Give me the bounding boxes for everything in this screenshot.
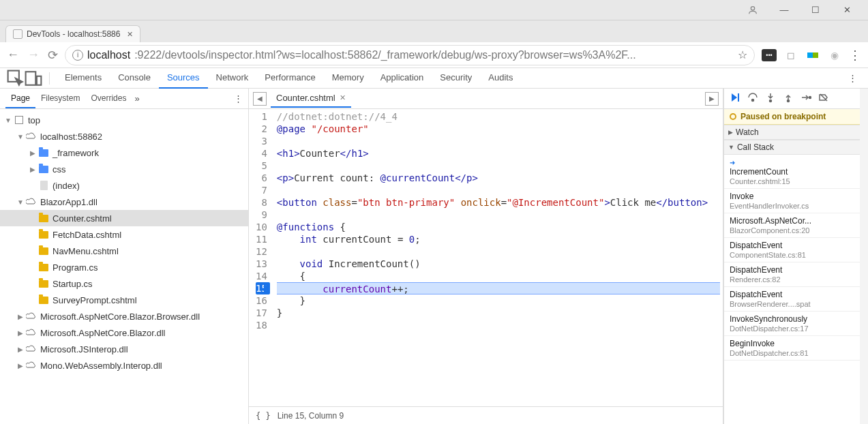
- stack-frame[interactable]: DispatchEventRenderer.cs:82: [724, 262, 860, 287]
- tree-item[interactable]: Counter.cshtml: [0, 210, 248, 226]
- step-into-icon[interactable]: [765, 92, 776, 105]
- expand-arrow-icon[interactable]: ▶: [16, 329, 25, 337]
- devtools-tab-performance[interactable]: Performance: [256, 67, 323, 89]
- tree-item[interactable]: Program.cs: [0, 259, 248, 275]
- code-editor[interactable]: 123456789101112131415161718 //dotnet:dot…: [249, 109, 723, 406]
- tree-item[interactable]: NavMenu.cshtml: [0, 243, 248, 259]
- expand-arrow-icon[interactable]: ▶: [16, 362, 25, 369]
- line-number[interactable]: 14: [256, 270, 267, 282]
- extension-icon-2[interactable]: ◻: [783, 48, 798, 63]
- more-tabs-icon[interactable]: »: [134, 93, 139, 104]
- stack-frame[interactable]: InvokeEventHandlerInvoker.cs: [724, 189, 860, 213]
- code-line[interactable]: [277, 184, 723, 196]
- code-line[interactable]: @page "/counter": [277, 123, 723, 135]
- navigator-tab-filesystem[interactable]: Filesystem: [35, 89, 85, 108]
- line-number[interactable]: 13: [256, 258, 267, 270]
- tree-item[interactable]: ▶Microsoft.AspNetCore.Blazor.Browser.dll: [0, 308, 248, 324]
- stack-frame[interactable]: InvokeSynchronouslyDotNetDispatcher.cs:1…: [724, 312, 860, 336]
- toggle-debugger-icon[interactable]: ▶: [705, 92, 719, 106]
- editor-tab[interactable]: Counter.cshtml ✕: [271, 89, 351, 108]
- devtools-tab-network[interactable]: Network: [208, 67, 257, 89]
- navigator-tab-page[interactable]: Page: [5, 89, 35, 108]
- inspect-element-icon[interactable]: [7, 70, 25, 87]
- tree-item[interactable]: SurveyPrompt.cshtml: [0, 292, 248, 308]
- line-number[interactable]: 8: [256, 196, 267, 209]
- code-line[interactable]: <button class="btn btn-primary" onclick=…: [277, 196, 723, 209]
- code-line[interactable]: }: [277, 294, 723, 307]
- code-line[interactable]: [277, 209, 723, 221]
- code-line[interactable]: @functions {: [277, 221, 723, 233]
- back-icon[interactable]: ←: [7, 48, 19, 62]
- line-number[interactable]: 17: [256, 307, 267, 319]
- browser-tab[interactable]: DevTools - localhost:5886 ✕: [5, 25, 140, 42]
- tree-item[interactable]: ▼BlazorApp1.dll: [0, 194, 248, 210]
- tree-item[interactable]: ▼localhost:58862: [0, 128, 248, 145]
- line-number[interactable]: 12: [256, 245, 267, 258]
- tree-item[interactable]: ▶Mono.WebAssembly.Interop.dll: [0, 357, 248, 374]
- line-number[interactable]: 15: [256, 282, 270, 294]
- deactivate-breakpoints-icon[interactable]: [818, 92, 829, 105]
- extension-icon-4[interactable]: ◉: [827, 48, 842, 63]
- tree-item[interactable]: Startup.cs: [0, 275, 248, 292]
- stack-frame[interactable]: DispatchEventBrowserRenderer....spat: [724, 287, 860, 312]
- reload-icon[interactable]: ⟳: [48, 48, 58, 63]
- line-number[interactable]: 1: [256, 110, 267, 123]
- bookmark-star-icon[interactable]: ☆: [738, 48, 747, 61]
- stack-frame[interactable]: IncrementCountCounter.cshtml:15: [724, 155, 860, 189]
- code-line[interactable]: [277, 160, 723, 172]
- devtools-tab-security[interactable]: Security: [432, 67, 480, 89]
- line-number[interactable]: 18: [256, 319, 267, 331]
- step-out-icon[interactable]: [783, 92, 794, 105]
- site-info-icon[interactable]: i: [72, 50, 83, 61]
- minimize-button[interactable]: —: [768, 0, 800, 20]
- browser-menu-icon[interactable]: ⋮: [849, 48, 861, 63]
- tree-item[interactable]: ▶Microsoft.AspNetCore.Blazor.dll: [0, 324, 248, 341]
- pretty-print-icon[interactable]: { }: [256, 411, 271, 421]
- navigator-tab-overrides[interactable]: Overrides: [85, 89, 132, 108]
- code-line[interactable]: void IncrementCount(): [277, 258, 723, 270]
- devtools-tab-application[interactable]: Application: [372, 67, 432, 89]
- user-icon[interactable]: [737, 0, 768, 20]
- expand-arrow-icon[interactable]: ▼: [4, 117, 12, 124]
- code-line[interactable]: [277, 135, 723, 147]
- line-number[interactable]: 2: [256, 123, 267, 135]
- resume-icon[interactable]: [730, 92, 740, 105]
- tree-item[interactable]: FetchData.cshtml: [0, 226, 248, 243]
- tree-item[interactable]: ▶css: [0, 161, 248, 177]
- navigator-menu-icon[interactable]: ⋮: [234, 93, 243, 104]
- line-number[interactable]: 6: [256, 172, 267, 184]
- tree-item[interactable]: ▶Microsoft.JSInterop.dll: [0, 341, 248, 357]
- line-number[interactable]: 4: [256, 147, 267, 160]
- toggle-navigator-icon[interactable]: ◀: [253, 92, 267, 106]
- devtools-tab-sources[interactable]: Sources: [159, 67, 208, 89]
- expand-arrow-icon[interactable]: ▶: [29, 166, 37, 173]
- stack-frame[interactable]: Microsoft.AspNetCor...BlazorComponent.cs…: [724, 213, 860, 238]
- url-box[interactable]: i localhost :9222/devtools/inspector.htm…: [65, 45, 755, 65]
- device-toolbar-icon[interactable]: [25, 70, 42, 87]
- code-line[interactable]: <h1>Counter</h1>: [277, 147, 723, 160]
- devtools-tab-audits[interactable]: Audits: [480, 67, 521, 89]
- code-line[interactable]: [277, 245, 723, 258]
- callstack-section-header[interactable]: ▼Call Stack: [724, 140, 860, 155]
- tree-item[interactable]: ▼top: [0, 112, 248, 128]
- maximize-button[interactable]: ☐: [800, 0, 831, 20]
- line-number[interactable]: 7: [256, 184, 267, 196]
- extension-icon-1[interactable]: •••: [762, 49, 777, 61]
- expand-arrow-icon[interactable]: ▼: [16, 198, 25, 206]
- code-line[interactable]: [277, 319, 723, 331]
- line-number[interactable]: 3: [256, 135, 267, 147]
- line-number[interactable]: 9: [256, 209, 267, 221]
- step-over-icon[interactable]: [747, 92, 758, 105]
- stack-frame[interactable]: BeginInvokeDotNetDispatcher.cs:81: [724, 336, 860, 361]
- code-line[interactable]: {: [277, 270, 723, 282]
- code-line[interactable]: }: [277, 307, 723, 319]
- code-line[interactable]: //dotnet:dotnet://4_4: [277, 110, 723, 123]
- line-number[interactable]: 10: [256, 221, 267, 233]
- tree-item[interactable]: (index): [0, 177, 248, 194]
- devtools-tab-elements[interactable]: Elements: [57, 67, 110, 89]
- expand-arrow-icon[interactable]: ▶: [29, 149, 37, 157]
- code-line[interactable]: <p>Current count: @currentCount</p>: [277, 172, 723, 184]
- step-icon[interactable]: [800, 92, 811, 105]
- close-window-button[interactable]: ✕: [831, 0, 863, 20]
- code-line[interactable]: int currentCount = 0;: [277, 233, 723, 245]
